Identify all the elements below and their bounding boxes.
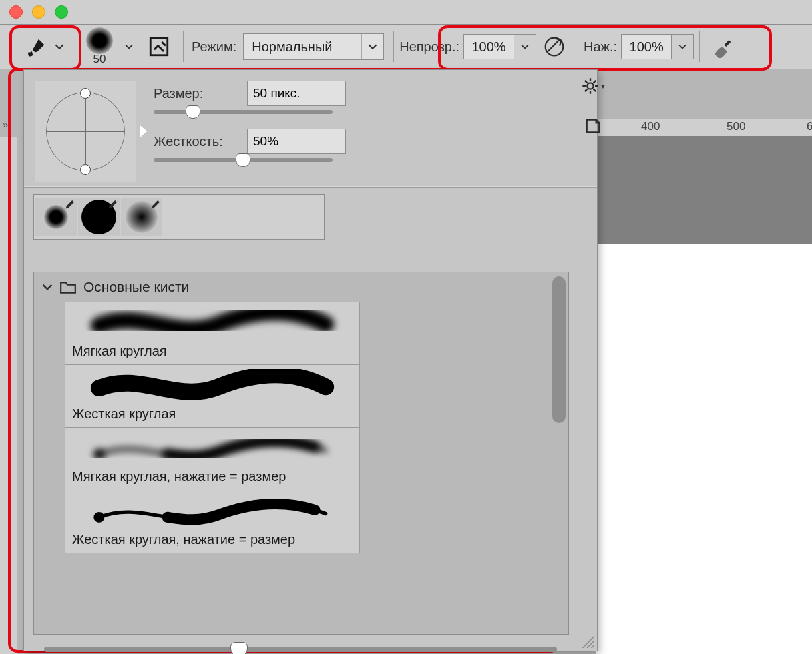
- opacity-value: 100%: [471, 39, 505, 55]
- brush-size-label: Размер:: [154, 86, 234, 101]
- ruler-horizontal: 400 500 600: [596, 119, 812, 137]
- window-titlebar: [0, 0, 812, 25]
- chevron-down-icon: [125, 43, 133, 51]
- close-window-button[interactable]: [9, 5, 23, 19]
- brush-picker-panel: ▾ Размер:: [23, 69, 598, 651]
- brush-preset-item[interactable]: Мягкая круглая, нажатие = размер: [65, 428, 360, 490]
- brush-hardness-label: Жесткость:: [154, 134, 234, 149]
- active-tool-selector[interactable]: [0, 30, 69, 63]
- flow-label: Наж.:: [584, 39, 617, 55]
- opacity-label: Непрозр.:: [399, 39, 459, 55]
- options-bar: 50 Режим: Нормальный Непрозр.: 100%: [0, 25, 812, 69]
- collapse-toolbar-icon[interactable]: »: [3, 119, 8, 130]
- scrollbar-vertical[interactable]: [552, 276, 566, 423]
- recent-brushes: [33, 194, 325, 240]
- brush-preset-name: Мягкая круглая: [72, 344, 353, 359]
- brush-hardness-input[interactable]: [247, 129, 346, 154]
- pressure-opacity-toggle[interactable]: [536, 30, 572, 63]
- recent-brush-item[interactable]: [35, 198, 77, 236]
- flow-value: 100%: [630, 39, 664, 55]
- chevron-down-icon: [55, 42, 64, 51]
- chevron-down-icon: [521, 43, 529, 51]
- canvas-document[interactable]: [596, 244, 812, 654]
- svg-point-2: [587, 83, 593, 89]
- chevron-down-icon: [678, 43, 686, 51]
- brush-preset-name: Жесткая круглая: [72, 406, 353, 422]
- brush-settings-button[interactable]: [140, 30, 178, 63]
- pencil-badge-icon: [65, 200, 74, 210]
- resize-grip[interactable]: [580, 633, 594, 648]
- pencil-badge-icon: [108, 200, 117, 210]
- panel-settings-button[interactable]: ▾: [581, 77, 605, 95]
- brush-size-number: 50: [93, 53, 106, 66]
- blend-mode-value: Нормальный: [244, 39, 361, 55]
- brush-panel-icon: [148, 35, 170, 58]
- new-preset-button[interactable]: [584, 117, 602, 135]
- brush-preset-name: Жесткая круглая, нажатие = размер: [72, 532, 353, 547]
- slider-thumb[interactable]: [230, 642, 248, 654]
- flow-input[interactable]: 100%: [621, 34, 672, 59]
- brush-preset-dropdown[interactable]: [118, 30, 140, 63]
- chevron-down-icon: [42, 282, 53, 292]
- brush-size-slider[interactable]: [154, 110, 333, 114]
- tools-strip: [0, 137, 17, 654]
- preview-size-slider[interactable]: [44, 647, 557, 652]
- blend-mode-select[interactable]: Нормальный: [243, 33, 384, 60]
- brush-folder-name: Основные кисти: [83, 279, 189, 295]
- ruler-tick: 500: [727, 120, 745, 133]
- ruler-tick: 600: [807, 120, 812, 133]
- folder-icon: [59, 280, 77, 294]
- opacity-dropdown[interactable]: [514, 34, 536, 59]
- brush-preset-list: Основные кисти Мягкая круглая Жесткая кр…: [33, 272, 569, 635]
- recent-brush-item[interactable]: [78, 198, 120, 236]
- flow-dropdown[interactable]: [672, 34, 694, 59]
- slider-thumb[interactable]: [186, 105, 200, 119]
- minimize-window-button[interactable]: [32, 5, 45, 19]
- resize-grip-icon: [580, 633, 594, 648]
- gear-icon: [581, 77, 600, 95]
- chevron-down-icon: [361, 34, 383, 59]
- brush-angle-control[interactable]: [35, 81, 136, 182]
- brush-preview-icon: [86, 27, 113, 54]
- airbrush-icon: [712, 35, 735, 58]
- brush-hardness-slider[interactable]: [154, 158, 333, 162]
- brush-preset-item[interactable]: Жесткая круглая: [65, 365, 360, 428]
- brush-preset-item[interactable]: Жесткая круглая, нажатие = размер: [65, 490, 360, 553]
- brush-preset-preview[interactable]: 50: [81, 27, 118, 66]
- brush-preset-item[interactable]: Мягкая круглая: [65, 302, 360, 365]
- opacity-input[interactable]: 100%: [463, 34, 514, 59]
- pressure-opacity-icon: [544, 36, 565, 57]
- recent-brush-item[interactable]: [121, 198, 162, 236]
- page-fold-icon: [584, 117, 602, 135]
- airbrush-toggle[interactable]: [705, 30, 741, 63]
- brush-folder-header[interactable]: Основные кисти: [34, 272, 568, 302]
- ruler-tick: 400: [641, 120, 660, 133]
- arrow-right-icon: [140, 125, 148, 138]
- slider-thumb[interactable]: [236, 153, 250, 167]
- zoom-window-button[interactable]: [55, 5, 68, 19]
- blend-mode-label: Режим:: [192, 39, 236, 55]
- pencil-badge-icon: [150, 200, 160, 210]
- brush-size-input[interactable]: [247, 81, 346, 106]
- brush-tool-icon: [25, 35, 48, 58]
- brush-preset-name: Мягкая круглая, нажатие = размер: [72, 469, 353, 484]
